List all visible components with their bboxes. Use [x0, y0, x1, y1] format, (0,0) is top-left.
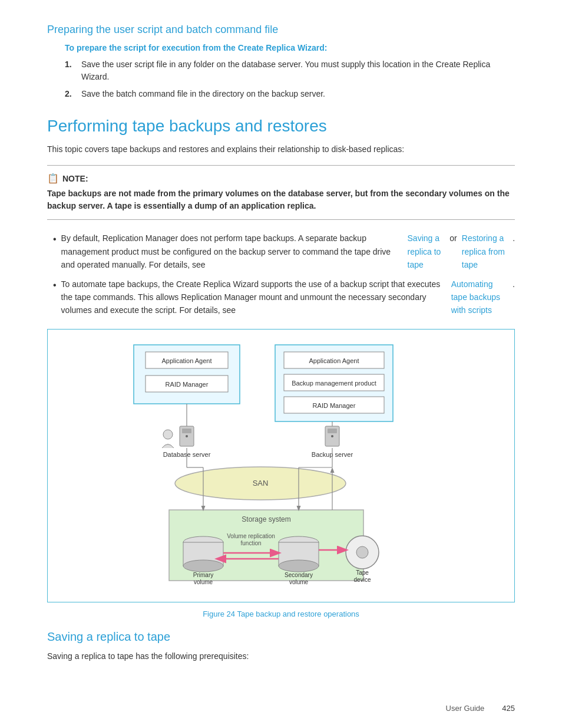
db-tower-dot — [186, 435, 188, 437]
bullet-2-before: To automate tape backups, the Create Rep… — [61, 278, 447, 317]
backup-tower-screen — [328, 429, 337, 433]
step-1-text: Save the user script file in any folder … — [81, 58, 515, 83]
user-icon-body — [162, 444, 174, 448]
note-text: Tape backups are not made from the prima… — [47, 187, 515, 212]
vol-rep-label2: function — [240, 540, 261, 546]
bullet-1: By default, Replication Manager does not… — [53, 232, 515, 271]
step-2-text: Save the batch command file in the direc… — [81, 88, 325, 100]
link-restoring-replica[interactable]: Restoring a replica from tape — [462, 232, 508, 271]
section1-subheading: To prepare the script for execution from… — [65, 43, 515, 52]
note-label: NOTE: — [62, 174, 88, 183]
section2-heading: Performing tape backups and restores — [47, 117, 515, 136]
app-agent-label2: Application Agent — [309, 357, 359, 364]
note-box: 📋 NOTE: Tape backups are not made from t… — [47, 165, 515, 220]
secondary-vol-bottom — [279, 560, 319, 572]
diagram-container: Application Agent RAID Manager Applicati… — [47, 329, 515, 602]
primary-vol-label: Primary — [193, 572, 213, 578]
footer-page: 425 — [502, 704, 515, 713]
vol-rep-label1: Volume replication — [227, 533, 275, 539]
section3-intro: Saving a replica to tape has the followi… — [47, 650, 515, 663]
section2-intro: This topic covers tape backups and resto… — [47, 143, 515, 156]
diagram-svg: Application Agent RAID Manager Applicati… — [116, 339, 446, 592]
tape-device-inner — [356, 546, 368, 558]
footer: User Guide 425 — [47, 698, 515, 713]
section1-heading: Preparing the user script and batch comm… — [47, 24, 515, 36]
raid-mgr-label2: RAID Manager — [313, 402, 356, 409]
step-1: Save the user script file in any folder … — [65, 58, 515, 83]
primary-vol-bottom — [183, 560, 223, 572]
note-icon: 📋 — [47, 173, 59, 184]
bullet-1-mid: or — [449, 232, 457, 271]
backup-mgmt-label: Backup management product — [292, 380, 376, 387]
figure-caption: Figure 24 Tape backup and restore operat… — [47, 610, 515, 618]
bullet-2: To automate tape backups, the Create Rep… — [53, 278, 515, 317]
bullet-1-before: By default, Replication Manager does not… — [61, 232, 403, 271]
bullet-1-after: . — [513, 232, 515, 271]
raid-mgr-label1: RAID Manager — [166, 381, 209, 388]
tape-device-label: Tape — [356, 569, 369, 576]
secondary-vol-label2: volume — [289, 579, 309, 585]
bullet-list: By default, Replication Manager does not… — [53, 232, 515, 317]
link-saving-replica[interactable]: Saving a replica to tape — [408, 232, 445, 271]
app-agent-label1: Application Agent — [161, 357, 211, 364]
san-label: SAN — [253, 479, 269, 487]
step-2: Save the batch command file in the direc… — [65, 88, 515, 100]
footer-label: User Guide — [446, 704, 485, 713]
storage-label: Storage system — [242, 515, 290, 523]
tape-device-label2: device — [354, 577, 371, 583]
backup-tower-dot — [331, 435, 333, 437]
primary-vol-label2: volume — [194, 579, 213, 585]
db-tower-screen — [182, 429, 191, 433]
user-icon-head — [163, 430, 173, 439]
note-header: 📋 NOTE: — [47, 173, 515, 184]
link-automating-backups[interactable]: Automating tape backups with scripts — [451, 278, 508, 317]
secondary-vol-label: Secondary — [285, 572, 313, 578]
section3-heading: Saving a replica to tape — [47, 630, 515, 644]
step-list: Save the user script file in any folder … — [65, 58, 515, 100]
bullet-2-after: . — [513, 278, 515, 317]
